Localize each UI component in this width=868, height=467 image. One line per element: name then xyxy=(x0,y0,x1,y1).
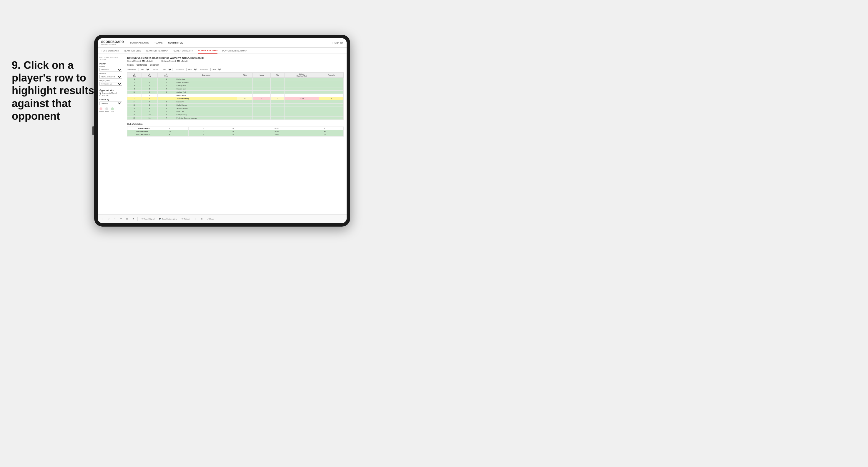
legend-level: Level xyxy=(105,107,109,112)
colour-by-title: Colour by xyxy=(99,99,122,101)
radio-top100[interactable]: Top 100 xyxy=(99,94,122,96)
right-content: Katelyn Vo Head-to-Head Grid for Women's… xyxy=(124,54,347,214)
overall-record: Overall Record: 353 - 34 - 6 xyxy=(127,60,152,62)
table-row[interactable]: 1585 Stella Cheng xyxy=(127,103,344,107)
save-custom-view-button[interactable]: 💾 Save Custom View xyxy=(158,217,178,220)
out-row[interactable]: Foreign Team 1 0 0 4.500 2 xyxy=(127,127,344,130)
col-reg: #Reg xyxy=(142,73,157,78)
table-row[interactable]: 19106 Emily Chang xyxy=(127,113,344,117)
watch-icon: 👁 xyxy=(181,218,183,220)
nav-bar: SCOREBOARD Powered by clippd TOURNAMENTS… xyxy=(98,38,347,48)
nav-links: TOURNAMENTS TEAMS COMMITTEE xyxy=(130,41,332,45)
tab-team-summary[interactable]: TEAM SUMMARY xyxy=(101,48,119,54)
undo-button[interactable]: ↩ xyxy=(101,217,104,220)
filter-region-group: Region xyxy=(127,64,133,66)
table-row[interactable]: 1063 Andrea York xyxy=(127,91,344,94)
tablet-screen: SCOREBOARD Powered by clippd TOURNAMENTS… xyxy=(98,38,347,223)
filter-opponent-group: Opponent xyxy=(150,64,159,66)
radio-opponents-played[interactable]: Opponents Played xyxy=(99,92,122,94)
nav-teams[interactable]: TEAMS xyxy=(154,41,163,45)
col-conf: #Conf xyxy=(157,73,175,78)
tab-team-h2h-heatmap[interactable]: TEAM H2H HEATMAP xyxy=(146,48,168,54)
col-rounds: Rounds xyxy=(319,73,343,78)
gender-select[interactable]: Women's xyxy=(99,68,122,71)
logo-area: SCOREBOARD Powered by clippd xyxy=(101,40,124,45)
region-select[interactable]: (All) xyxy=(161,68,173,71)
sub-nav: TEAM SUMMARY TEAM H2H GRID TEAM H2H HEAT… xyxy=(98,48,347,54)
opponent-select[interactable]: (All) xyxy=(210,68,222,71)
legend-up-dot xyxy=(111,107,114,111)
legend-level-label: Level xyxy=(105,111,109,112)
nav-tournaments[interactable]: TOURNAMENTS xyxy=(130,41,149,45)
tab-player-h2h-grid[interactable]: PLAYER H2H GRID xyxy=(198,48,218,54)
share-icon: ↗ xyxy=(207,218,209,220)
tab-player-h2h-heatmap[interactable]: PLAYER H2H HEATMAP xyxy=(222,48,247,54)
filter-row: Region Conference Opponent xyxy=(127,64,344,66)
opponent-view: Opponent view Opponents Played Top 100 xyxy=(99,89,122,96)
timestamp: Last Updated: 27/03/2024 16:55:28 xyxy=(99,57,122,61)
legend-up-label: Up xyxy=(111,111,114,112)
table-row[interactable]: 20117 Federica Domecq Lacroze xyxy=(127,117,344,120)
copy-button[interactable]: ⧉ xyxy=(119,217,123,220)
resize-button[interactable]: ⤢ xyxy=(194,217,197,220)
nav-divider: | xyxy=(332,42,333,44)
col-win: Win xyxy=(237,73,253,78)
grid-title: Katelyn Vo Head-to-Head Grid for Women's… xyxy=(127,57,344,59)
col-opponent: Opponent xyxy=(175,73,237,78)
division-record: Division Record: 331 - 34 - 6 xyxy=(161,60,187,62)
colour-section: Colour by Win/loss Down Level xyxy=(99,99,122,112)
opponents-filter-row: Opponents: (All) Region (All) Conference… xyxy=(127,68,344,71)
table-row[interactable]: 1822 Luna Lee xyxy=(127,110,344,113)
table-row[interactable]: 131 Haeju Hyun xyxy=(127,94,344,97)
opponents-select[interactable]: (All) xyxy=(138,68,150,71)
view-original-button[interactable]: 👁 View: Original xyxy=(140,217,156,220)
annotation: 9. Click on a player's row to highlight … xyxy=(12,59,97,122)
out-row[interactable]: NAIA Division 1 15 0 0 9.267 30 xyxy=(127,130,344,133)
player-rank-select[interactable]: 8. Katelyn Vo xyxy=(99,82,122,86)
table-row[interactable]: 31 Esther Lee xyxy=(127,78,344,81)
legend-level-dot xyxy=(105,107,108,111)
h2h-table: #Div #Reg #Conf Opponent Win Loss Tie Di… xyxy=(127,72,344,120)
table-row[interactable]: 914 Sharon Mun xyxy=(127,87,344,91)
division-select[interactable]: NCAA Division III xyxy=(99,75,122,79)
tab-player-summary[interactable]: PLAYER SUMMARY xyxy=(173,48,193,54)
annotation-text: 9. Click on a player's row to highlight … xyxy=(12,59,97,122)
legend-down-label: Down xyxy=(99,111,103,112)
tablet-frame: SCOREBOARD Powered by clippd TOURNAMENTS… xyxy=(94,35,350,226)
opponent-filter-label: Opponent xyxy=(200,68,208,70)
legend-down: Down xyxy=(99,107,103,112)
paste-button[interactable]: ⊞ xyxy=(125,217,129,220)
eye-icon: 👁 xyxy=(141,218,143,220)
forward-button[interactable]: ↪ xyxy=(113,217,117,220)
record-row: Overall Record: 353 - 34 - 6 Division Re… xyxy=(127,60,344,62)
table-row[interactable]: 613 Sydney Kuo xyxy=(127,84,344,87)
col-div: #Div xyxy=(127,73,142,78)
table-row[interactable]: 1691 Jessica Mason xyxy=(127,107,344,110)
opponents-label: Opponents: xyxy=(127,68,136,70)
redo-button[interactable]: ↩ xyxy=(107,217,111,220)
conference-filter-label: Conference xyxy=(175,68,184,70)
nav-committee[interactable]: COMMITTEE xyxy=(168,41,183,45)
colour-by-select[interactable]: Win/loss xyxy=(99,101,122,105)
conference-select[interactable]: (All) xyxy=(186,68,198,71)
grid-button[interactable]: ⊞ xyxy=(200,217,204,220)
chevron-down-icon: ▾ xyxy=(189,218,190,220)
reset-button[interactable]: ↺ xyxy=(131,217,135,220)
out-of-division-table: Foreign Team 1 0 0 4.500 2 NAIA Division… xyxy=(127,127,344,136)
col-loss: Loss xyxy=(253,73,271,78)
main-content: Last Updated: 27/03/2024 16:55:28 Player… xyxy=(98,54,347,214)
sign-out-link[interactable]: Sign out xyxy=(335,41,343,44)
player-rank-label: Player (Rank) xyxy=(99,80,122,82)
out-row[interactable]: NCAA Division 2 5 0 0 7.400 10 xyxy=(127,133,344,136)
table-row[interactable]: 1474 Eunice Yi xyxy=(127,100,344,103)
tab-team-h2h-grid[interactable]: TEAM H2H GRID xyxy=(124,48,141,54)
col-diff: Diff AvStrokes/Rnd xyxy=(284,73,319,78)
table-row-highlighted[interactable]: 131 Jessica Huang 0 1 0 -3.00 2 xyxy=(127,97,344,100)
share-button[interactable]: ↗ Share xyxy=(206,217,215,220)
watch-button[interactable]: 👁 Watch ▾ xyxy=(180,217,191,220)
left-panel: Last Updated: 27/03/2024 16:55:28 Player… xyxy=(98,54,124,214)
radio-top100-label: Top 100 xyxy=(102,94,108,96)
toolbar-divider xyxy=(137,217,138,221)
table-row[interactable]: 522 Alexis Sudjianto xyxy=(127,81,344,84)
legend-up: Up xyxy=(111,107,114,112)
